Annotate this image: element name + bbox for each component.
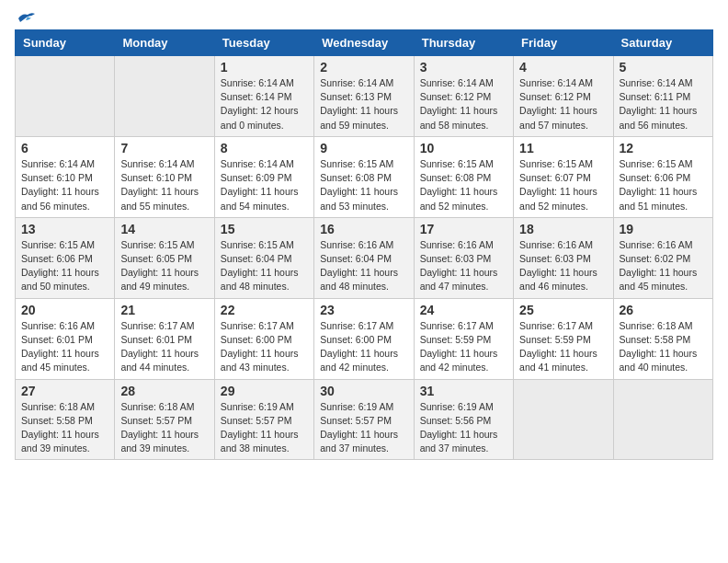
day-info: Sunrise: 6:16 AM Sunset: 6:01 PM Dayligh… (21, 319, 108, 375)
day-number: 7 (120, 141, 208, 155)
calendar-cell: 26Sunrise: 6:18 AM Sunset: 5:58 PM Dayli… (613, 298, 712, 379)
calendar-cell: 29Sunrise: 6:19 AM Sunset: 5:57 PM Dayli… (214, 379, 313, 460)
calendar-cell: 18Sunrise: 6:16 AM Sunset: 6:03 PM Dayli… (514, 217, 613, 298)
weekday-header-wednesday: Wednesday (314, 30, 414, 56)
day-info: Sunrise: 6:14 AM Sunset: 6:10 PM Dayligh… (120, 157, 208, 213)
day-number: 10 (420, 141, 507, 155)
calendar-cell: 24Sunrise: 6:17 AM Sunset: 5:59 PM Dayli… (414, 298, 513, 379)
logo (15, 15, 37, 20)
calendar-cell: 1Sunrise: 6:14 AM Sunset: 6:14 PM Daylig… (214, 56, 313, 137)
calendar-table: SundayMondayTuesdayWednesdayThursdayFrid… (15, 29, 713, 460)
weekday-header-saturday: Saturday (613, 30, 712, 56)
day-number: 12 (620, 141, 707, 155)
calendar-cell: 13Sunrise: 6:15 AM Sunset: 6:06 PM Dayli… (16, 217, 115, 298)
day-info: Sunrise: 6:18 AM Sunset: 5:58 PM Dayligh… (620, 319, 707, 375)
day-number: 28 (120, 384, 208, 398)
day-number: 14 (120, 222, 208, 236)
calendar-week-row: 6Sunrise: 6:14 AM Sunset: 6:10 PM Daylig… (16, 136, 713, 217)
calendar-cell (514, 379, 613, 460)
weekday-header-row: SundayMondayTuesdayWednesdayThursdayFrid… (16, 30, 713, 56)
day-info: Sunrise: 6:15 AM Sunset: 6:05 PM Dayligh… (120, 238, 208, 294)
calendar-cell: 10Sunrise: 6:15 AM Sunset: 6:08 PM Dayli… (414, 136, 513, 217)
day-info: Sunrise: 6:15 AM Sunset: 6:04 PM Dayligh… (221, 238, 308, 294)
day-info: Sunrise: 6:16 AM Sunset: 6:02 PM Dayligh… (620, 238, 707, 294)
calendar-cell: 19Sunrise: 6:16 AM Sunset: 6:02 PM Dayli… (613, 217, 712, 298)
day-info: Sunrise: 6:14 AM Sunset: 6:14 PM Dayligh… (221, 76, 308, 132)
calendar-cell: 31Sunrise: 6:19 AM Sunset: 5:56 PM Dayli… (414, 379, 513, 460)
day-number: 13 (21, 222, 108, 236)
day-number: 24 (420, 303, 507, 317)
day-number: 4 (519, 60, 607, 75)
day-info: Sunrise: 6:16 AM Sunset: 6:03 PM Dayligh… (519, 238, 607, 294)
day-info: Sunrise: 6:17 AM Sunset: 6:00 PM Dayligh… (221, 319, 308, 375)
calendar-week-row: 13Sunrise: 6:15 AM Sunset: 6:06 PM Dayli… (16, 217, 713, 298)
day-number: 2 (320, 60, 407, 75)
day-number: 8 (221, 141, 308, 155)
day-info: Sunrise: 6:15 AM Sunset: 6:08 PM Dayligh… (320, 157, 407, 213)
calendar-cell: 9Sunrise: 6:15 AM Sunset: 6:08 PM Daylig… (314, 136, 414, 217)
calendar-cell (115, 56, 214, 137)
calendar-cell: 17Sunrise: 6:16 AM Sunset: 6:03 PM Dayli… (414, 217, 513, 298)
calendar-week-row: 1Sunrise: 6:14 AM Sunset: 6:14 PM Daylig… (16, 56, 713, 137)
day-info: Sunrise: 6:17 AM Sunset: 6:00 PM Dayligh… (320, 319, 407, 375)
calendar-cell: 20Sunrise: 6:16 AM Sunset: 6:01 PM Dayli… (16, 298, 115, 379)
weekday-header-monday: Monday (115, 30, 214, 56)
weekday-header-sunday: Sunday (16, 30, 115, 56)
calendar-cell: 23Sunrise: 6:17 AM Sunset: 6:00 PM Dayli… (314, 298, 414, 379)
day-info: Sunrise: 6:14 AM Sunset: 6:11 PM Dayligh… (620, 76, 707, 132)
day-info: Sunrise: 6:15 AM Sunset: 6:08 PM Dayligh… (420, 157, 507, 213)
weekday-header-thursday: Thursday (414, 30, 513, 56)
calendar-cell: 15Sunrise: 6:15 AM Sunset: 6:04 PM Dayli… (214, 217, 313, 298)
day-info: Sunrise: 6:17 AM Sunset: 5:59 PM Dayligh… (519, 319, 607, 375)
day-number: 21 (120, 303, 208, 317)
calendar-cell: 14Sunrise: 6:15 AM Sunset: 6:05 PM Dayli… (115, 217, 214, 298)
day-number: 18 (519, 222, 607, 236)
day-number: 17 (420, 222, 507, 236)
day-info: Sunrise: 6:15 AM Sunset: 6:06 PM Dayligh… (21, 238, 108, 294)
calendar-cell: 7Sunrise: 6:14 AM Sunset: 6:10 PM Daylig… (115, 136, 214, 217)
calendar-cell (613, 379, 712, 460)
day-number: 31 (420, 384, 507, 398)
calendar-cell: 6Sunrise: 6:14 AM Sunset: 6:10 PM Daylig… (16, 136, 115, 217)
day-info: Sunrise: 6:17 AM Sunset: 6:01 PM Dayligh… (120, 319, 208, 375)
day-info: Sunrise: 6:14 AM Sunset: 6:13 PM Dayligh… (320, 76, 407, 132)
day-info: Sunrise: 6:14 AM Sunset: 6:12 PM Dayligh… (420, 76, 507, 132)
calendar-week-row: 20Sunrise: 6:16 AM Sunset: 6:01 PM Dayli… (16, 298, 713, 379)
day-number: 23 (320, 303, 407, 317)
day-number: 25 (519, 303, 607, 317)
day-info: Sunrise: 6:19 AM Sunset: 5:57 PM Dayligh… (221, 400, 308, 456)
day-number: 5 (620, 60, 707, 75)
day-info: Sunrise: 6:14 AM Sunset: 6:10 PM Dayligh… (21, 157, 108, 213)
day-number: 16 (320, 222, 407, 236)
calendar-cell: 25Sunrise: 6:17 AM Sunset: 5:59 PM Dayli… (514, 298, 613, 379)
day-number: 19 (620, 222, 707, 236)
weekday-header-friday: Friday (514, 30, 613, 56)
calendar-cell: 27Sunrise: 6:18 AM Sunset: 5:58 PM Dayli… (16, 379, 115, 460)
day-info: Sunrise: 6:15 AM Sunset: 6:07 PM Dayligh… (519, 157, 607, 213)
day-info: Sunrise: 6:16 AM Sunset: 6:04 PM Dayligh… (320, 238, 407, 294)
calendar-cell: 2Sunrise: 6:14 AM Sunset: 6:13 PM Daylig… (314, 56, 414, 137)
day-info: Sunrise: 6:14 AM Sunset: 6:12 PM Dayligh… (519, 76, 607, 132)
calendar-cell: 22Sunrise: 6:17 AM Sunset: 6:00 PM Dayli… (214, 298, 313, 379)
day-info: Sunrise: 6:18 AM Sunset: 5:58 PM Dayligh… (21, 400, 108, 456)
day-info: Sunrise: 6:16 AM Sunset: 6:03 PM Dayligh… (420, 238, 507, 294)
day-number: 3 (420, 60, 507, 75)
calendar-cell: 3Sunrise: 6:14 AM Sunset: 6:12 PM Daylig… (414, 56, 513, 137)
day-number: 1 (221, 60, 308, 75)
calendar-cell: 28Sunrise: 6:18 AM Sunset: 5:57 PM Dayli… (115, 379, 214, 460)
day-number: 9 (320, 141, 407, 155)
weekday-header-tuesday: Tuesday (214, 30, 313, 56)
calendar-week-row: 27Sunrise: 6:18 AM Sunset: 5:58 PM Dayli… (16, 379, 713, 460)
calendar-cell: 12Sunrise: 6:15 AM Sunset: 6:06 PM Dayli… (613, 136, 712, 217)
calendar-cell: 21Sunrise: 6:17 AM Sunset: 6:01 PM Dayli… (115, 298, 214, 379)
day-number: 20 (21, 303, 108, 317)
day-number: 11 (519, 141, 607, 155)
day-number: 22 (221, 303, 308, 317)
calendar-cell: 30Sunrise: 6:19 AM Sunset: 5:57 PM Dayli… (314, 379, 414, 460)
day-number: 26 (620, 303, 707, 317)
day-info: Sunrise: 6:18 AM Sunset: 5:57 PM Dayligh… (120, 400, 208, 456)
calendar-cell: 8Sunrise: 6:14 AM Sunset: 6:09 PM Daylig… (214, 136, 313, 217)
day-number: 29 (221, 384, 308, 398)
day-info: Sunrise: 6:19 AM Sunset: 5:57 PM Dayligh… (320, 400, 407, 456)
calendar-cell: 4Sunrise: 6:14 AM Sunset: 6:12 PM Daylig… (514, 56, 613, 137)
